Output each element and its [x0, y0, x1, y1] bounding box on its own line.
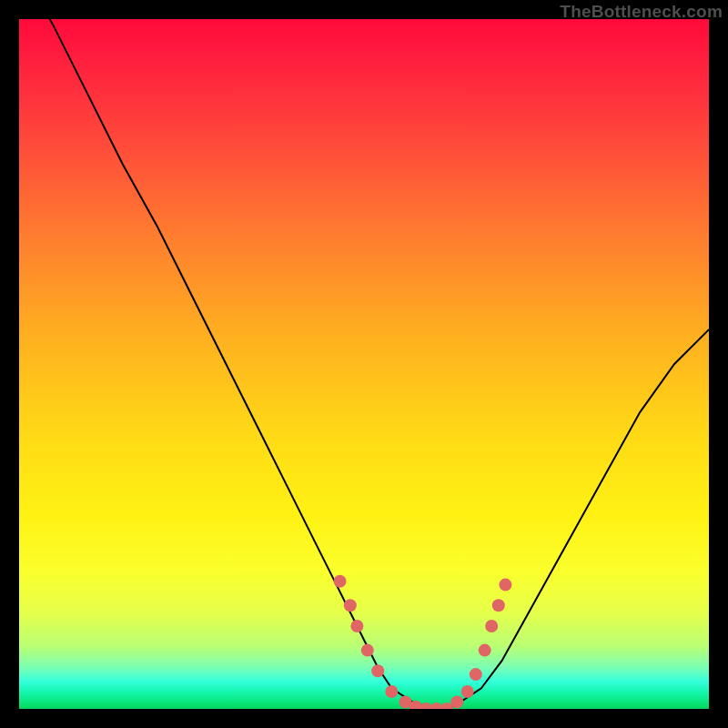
curve-marker [361, 644, 374, 657]
curve-marker [470, 668, 482, 681]
curve-marker [371, 664, 384, 677]
curve-marker [492, 599, 505, 612]
curve-marker [479, 644, 491, 657]
curve-marker [344, 599, 357, 612]
curve-marker [499, 579, 511, 592]
curve-path [19, 19, 709, 709]
watermark-text: TheBottleneck.com [560, 2, 723, 22]
chart-svg [19, 19, 709, 709]
curve-marker [385, 685, 398, 698]
curve-marker [450, 695, 463, 708]
chart-frame [19, 19, 709, 709]
bottleneck-curve [19, 19, 709, 709]
curve-markers [334, 575, 512, 709]
curve-marker [334, 575, 347, 588]
curve-marker [350, 620, 363, 632]
curve-marker [461, 685, 474, 698]
plot-area [19, 19, 709, 709]
curve-marker [485, 620, 498, 632]
